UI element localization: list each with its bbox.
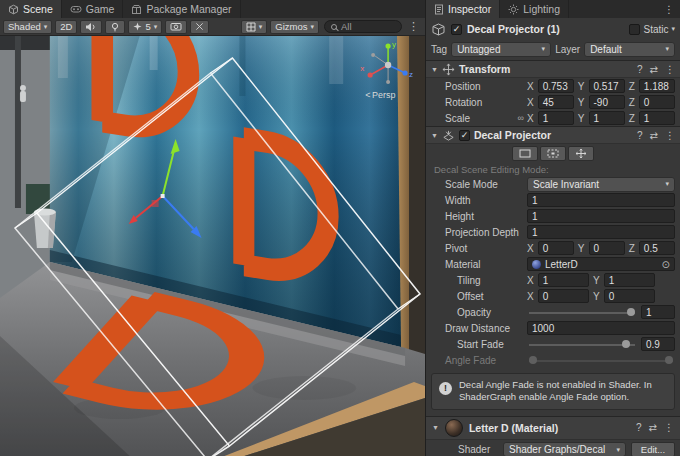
inspector-tabbar: Inspector Lighting ⋮: [426, 0, 680, 18]
scene-search-input[interactable]: All: [324, 20, 402, 33]
orientation-z-handle[interactable]: [402, 70, 407, 75]
link-scale-icon[interactable]: ∞: [518, 113, 527, 123]
tab-lighting[interactable]: Lighting: [500, 0, 569, 18]
gameobject-cube-icon[interactable]: [431, 22, 446, 37]
kebab-icon[interactable]: ⋮: [665, 130, 675, 141]
material-section-header[interactable]: ▼ Letter D (Material) ? ⇄ ⋮: [426, 416, 680, 440]
pivot-z-field[interactable]: 0.5: [639, 241, 675, 255]
rotation-label: Rotation: [445, 97, 482, 108]
shader-value: Shader Graphs/Decal: [509, 444, 605, 455]
width-field[interactable]: 1: [527, 193, 675, 207]
scale-x-field[interactable]: 1: [538, 111, 574, 125]
y-axis-label: Y: [578, 81, 585, 92]
effects-dropdown[interactable]: 5 ▾: [128, 20, 162, 34]
orientation-x-handle[interactable]: [368, 72, 373, 77]
rotation-x-field[interactable]: 45: [538, 95, 574, 109]
draw-mode-dropdown[interactable]: Shaded ▾: [3, 20, 52, 34]
opacity-slider-handle[interactable]: [627, 308, 635, 316]
gameobject-name[interactable]: Decal Projector (1): [467, 23, 624, 35]
orientation-y-handle[interactable]: [385, 43, 390, 48]
offset-x-field[interactable]: 0: [538, 289, 589, 303]
tab-game[interactable]: Game: [62, 0, 124, 18]
scale-y-field[interactable]: 1: [589, 111, 625, 125]
presets-icon[interactable]: ⇄: [650, 64, 658, 75]
angle-fade-slider: [527, 353, 675, 367]
pivot-y-field[interactable]: 0: [589, 241, 625, 255]
presets-icon[interactable]: ⇄: [650, 130, 658, 141]
foldout-icon[interactable]: ▼: [431, 66, 438, 73]
chevron-down-icon[interactable]: ▾: [671, 25, 675, 33]
shader-edit-button[interactable]: Edit...: [631, 442, 675, 456]
width-label: Width: [445, 195, 471, 206]
opacity-slider[interactable]: [527, 305, 637, 319]
camera-icon: [170, 22, 182, 31]
position-x-field[interactable]: 0.753: [538, 79, 574, 93]
scale-z-field[interactable]: 1: [639, 111, 675, 125]
2d-toggle-button[interactable]: 2D: [55, 20, 77, 34]
audio-toggle-button[interactable]: [80, 20, 102, 34]
scale-label: Scale: [445, 113, 470, 124]
orientation-center[interactable]: [385, 62, 391, 68]
tab-package-manager[interactable]: Package Manager: [123, 0, 240, 18]
start-fade-slider-handle[interactable]: [622, 340, 630, 348]
grid-dropdown[interactable]: ▾: [241, 20, 268, 34]
help-icon[interactable]: ?: [637, 64, 643, 75]
lighting-toggle-button[interactable]: [105, 20, 125, 34]
pivot-x-field[interactable]: 0: [538, 241, 574, 255]
position-y-field[interactable]: 0.517: [589, 79, 625, 93]
layer-label: Layer: [555, 44, 580, 55]
height-label: Height: [445, 211, 474, 222]
object-picker-icon[interactable]: ⊙: [662, 259, 670, 270]
tiling-x-field[interactable]: 1: [538, 273, 589, 287]
draw-distance-field[interactable]: 1000: [527, 321, 675, 335]
presets-icon[interactable]: ⇄: [649, 422, 657, 433]
help-icon[interactable]: ?: [636, 422, 642, 433]
static-checkbox[interactable]: ✓: [629, 24, 640, 35]
scale-mode-dropdown[interactable]: Scale Invariant ▾: [527, 177, 675, 192]
height-field[interactable]: 1: [527, 209, 675, 223]
tab-scene[interactable]: Scene: [0, 0, 62, 18]
angle-fade-row: Angle Fade: [426, 352, 680, 368]
decal-enabled-checkbox[interactable]: ✓: [459, 130, 470, 141]
angle-fade-min-handle: [529, 356, 537, 364]
tab-inspector[interactable]: Inspector: [426, 0, 500, 18]
edit-scale-button[interactable]: [512, 146, 538, 161]
rotation-y-field[interactable]: -90: [589, 95, 625, 109]
chevron-down-icon: ▾: [616, 446, 620, 454]
offset-y-field[interactable]: 0: [604, 289, 655, 303]
opacity-field[interactable]: 1: [641, 305, 675, 319]
help-icon[interactable]: ?: [637, 130, 643, 141]
tag-value: Untagged: [457, 44, 500, 55]
shader-dropdown[interactable]: Shader Graphs/Decal ▾: [503, 442, 626, 456]
gizmos-dropdown[interactable]: Gizmos ▾: [270, 20, 319, 34]
edit-pivot-button[interactable]: [568, 146, 594, 161]
start-fade-slider[interactable]: [527, 337, 637, 351]
package-icon: [131, 4, 142, 15]
kebab-icon[interactable]: ⋮: [665, 64, 675, 75]
foldout-icon[interactable]: ▼: [431, 132, 438, 139]
rotation-z-field[interactable]: 0: [639, 95, 675, 109]
persp-label[interactable]: Persp: [372, 90, 395, 100]
foldout-icon[interactable]: ▼: [432, 424, 439, 431]
material-object-field[interactable]: LetterD ⊙: [527, 257, 675, 271]
tiling-y-field[interactable]: 1: [604, 273, 655, 287]
layer-dropdown[interactable]: Default ▾: [584, 42, 675, 57]
transform-header[interactable]: ▼ Transform ? ⇄ ⋮: [426, 60, 680, 78]
hidden-objects-button[interactable]: [190, 20, 209, 34]
position-z-field[interactable]: 1.188: [639, 79, 675, 93]
gameobject-active-checkbox[interactable]: ✓: [451, 24, 462, 35]
scene-toolbar-menu-icon[interactable]: ⋮: [405, 20, 422, 33]
edit-crop-button[interactable]: [540, 146, 566, 161]
inspector-menu-icon[interactable]: ⋮: [658, 0, 680, 18]
volume-icon: [85, 22, 97, 32]
projection-depth-field[interactable]: 1: [527, 225, 675, 239]
scene-left-background: [0, 36, 52, 298]
start-fade-field[interactable]: 0.9: [641, 337, 675, 351]
camera-settings-button[interactable]: [165, 20, 187, 34]
gizmo-center[interactable]: [161, 194, 165, 198]
kebab-icon[interactable]: ⋮: [664, 422, 674, 433]
scene-viewport-3d[interactable]: y x z < Persp: [0, 36, 425, 456]
tag-dropdown[interactable]: Untagged ▾: [451, 42, 551, 57]
decal-projector-header[interactable]: ▼ ✓ Decal Projector ? ⇄ ⋮: [426, 126, 680, 144]
static-toggle[interactable]: ✓ Static ▾: [629, 24, 675, 35]
